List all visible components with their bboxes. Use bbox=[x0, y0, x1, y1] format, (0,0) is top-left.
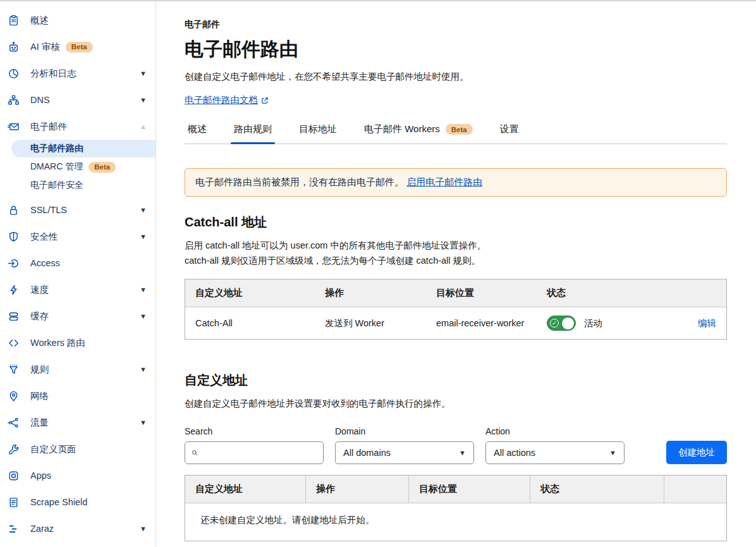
catch-all-table-header: 自定义地址 操作 目标位置 状态 bbox=[185, 280, 726, 307]
lock-icon bbox=[7, 204, 20, 216]
shield-icon bbox=[7, 230, 20, 243]
sidebar-item-speed[interactable]: 速度 ▼ bbox=[0, 276, 155, 303]
chevron-down-icon: ▼ bbox=[140, 70, 147, 77]
routing-disabled-banner: 电子邮件路由当前被禁用，没有在路由电子邮件。 启用电子邮件路由 bbox=[185, 168, 727, 197]
status-toggle[interactable]: ✓ bbox=[547, 316, 576, 331]
action-cell: 发送到 Worker bbox=[315, 309, 426, 338]
map-pin-icon bbox=[7, 390, 20, 402]
enable-email-routing-link[interactable]: 启用电子邮件路由 bbox=[406, 176, 482, 187]
apps-icon bbox=[7, 469, 20, 482]
pie-chart-icon bbox=[7, 67, 20, 80]
action-label: Action bbox=[485, 426, 625, 436]
action-select[interactable]: All actions ▼ bbox=[485, 441, 625, 464]
funnel-icon bbox=[7, 363, 20, 376]
custom-addresses-table-header: 自定义地址 操作 目标位置 状态 bbox=[185, 476, 726, 503]
destination-cell: email-receiver-worker bbox=[426, 310, 537, 336]
sidebar-item-ssl-tls[interactable]: SSL/TLS ▼ bbox=[0, 197, 155, 223]
cache-stack-icon bbox=[7, 310, 20, 323]
sidebar-item-network[interactable]: 网络 bbox=[0, 383, 155, 409]
custom-address-cell: Catch-All bbox=[185, 310, 315, 336]
code-brackets-icon bbox=[7, 336, 20, 349]
wrench-icon bbox=[7, 443, 20, 455]
tab-overview[interactable]: 概述 bbox=[185, 123, 210, 144]
sidebar-item-traffic[interactable]: 流量 ▼ bbox=[0, 409, 155, 436]
share-nodes-icon bbox=[7, 416, 20, 429]
clipboard-icon bbox=[7, 14, 20, 27]
empty-state-message: 还未创建自定义地址。请创建地址后开始。 bbox=[185, 503, 726, 541]
network-tree-icon bbox=[7, 94, 20, 106]
sidebar-item-dmarc-management[interactable]: DMARC 管理 Beta bbox=[0, 158, 155, 176]
filters-row: Search Domain All domains ▼ Action All a… bbox=[185, 426, 727, 464]
beta-badge: Beta bbox=[66, 42, 93, 52]
edit-link[interactable]: 编辑 bbox=[682, 309, 726, 338]
sidebar-item-dns[interactable]: DNS ▼ bbox=[0, 87, 155, 113]
sidebar-item-scrape-shield[interactable]: Scrape Shield bbox=[0, 489, 155, 515]
custom-addresses-description: 创建自定义电子邮件地址并设置要对收到的电子邮件执行的操作。 bbox=[185, 396, 727, 411]
sidebar-item-email[interactable]: 电子邮件 ▲ bbox=[0, 113, 155, 140]
chevron-down-icon: ▼ bbox=[140, 312, 147, 320]
tab-routing-rules[interactable]: 路由规则 bbox=[231, 123, 275, 144]
sidebar-item-apps[interactable]: Apps bbox=[0, 462, 155, 489]
sidebar: 概述 AI 审核 Beta 分析和日志 ▼ DNS ▼ 电子邮件 ▲ 电子邮件路… bbox=[0, 1, 156, 547]
chevron-down-icon: ▼ bbox=[140, 366, 147, 373]
search-label: Search bbox=[185, 426, 324, 436]
custom-addresses-heading: 自定义地址 bbox=[185, 372, 727, 389]
chevron-down-icon: ▼ bbox=[140, 525, 147, 532]
custom-addresses-table: 自定义地址 操作 目标位置 状态 还未创建自定义地址。请创建地址后开始。 bbox=[185, 475, 727, 541]
tab-settings[interactable]: 设置 bbox=[497, 123, 522, 144]
create-address-button[interactable]: 创建地址 bbox=[666, 441, 727, 464]
document-icon bbox=[7, 496, 20, 508]
chevron-down-icon: ▼ bbox=[140, 96, 147, 104]
sidebar-item-overview[interactable]: 概述 bbox=[0, 7, 155, 34]
chevron-down-icon: ▼ bbox=[140, 286, 147, 293]
catch-all-description-line2: catch-all 规则仅适用于区域级域，您无法为每个子域创建 catch-al… bbox=[185, 253, 727, 268]
main-content: 电子邮件 电子邮件路由 创建自定义电子邮件地址，在您不希望共享主要电子邮件地址时… bbox=[156, 1, 756, 547]
page-title: 电子邮件路由 bbox=[185, 37, 727, 63]
sidebar-item-security[interactable]: 安全性 ▼ bbox=[0, 223, 155, 250]
search-icon bbox=[192, 448, 198, 457]
sidebar-item-zaraz[interactable]: Zaraz ▼ bbox=[0, 515, 155, 542]
tab-email-workers[interactable]: 电子邮件 Workers Beta bbox=[361, 123, 476, 144]
catch-all-description-line1: 启用 catch-all 地址可以为 user.com 中的所有其他电子邮件地址… bbox=[185, 238, 727, 253]
breadcrumb: 电子邮件 bbox=[185, 19, 727, 30]
tab-destination-addresses[interactable]: 目标地址 bbox=[296, 123, 340, 144]
sidebar-item-access[interactable]: Access bbox=[0, 250, 155, 276]
sidebar-item-email-routing[interactable]: 电子邮件路由 bbox=[11, 140, 155, 157]
robot-icon bbox=[7, 40, 20, 53]
chevron-down-icon: ▼ bbox=[459, 449, 466, 457]
sidebar-item-ai-audit[interactable]: AI 审核 Beta bbox=[0, 34, 155, 60]
sidebar-item-analytics-logs[interactable]: 分析和日志 ▼ bbox=[0, 60, 155, 87]
beta-badge: Beta bbox=[446, 124, 473, 135]
sidebar-item-custom-pages[interactable]: 自定义页面 bbox=[0, 436, 155, 462]
action-filter: Action All actions ▼ bbox=[485, 426, 625, 464]
chevron-down-icon: ▼ bbox=[609, 449, 616, 457]
check-icon: ✓ bbox=[550, 319, 559, 328]
catch-all-table: 自定义地址 操作 目标位置 状态 Catch-All 发送到 Worker em… bbox=[185, 279, 727, 340]
lightning-icon bbox=[7, 283, 20, 296]
sidebar-item-rules[interactable]: 规则 ▼ bbox=[0, 356, 155, 383]
zaraz-steps-icon bbox=[7, 522, 20, 535]
tab-bar: 概述 路由规则 目标地址 电子邮件 Workers Beta 设置 bbox=[185, 123, 727, 144]
email-submenu: 电子邮件路由 DMARC 管理 Beta 电子邮件安全 bbox=[0, 140, 155, 194]
external-link-icon bbox=[261, 97, 269, 104]
domain-label: Domain bbox=[335, 426, 474, 436]
catch-all-heading: Catch-all 地址 bbox=[185, 214, 727, 231]
beta-badge: Beta bbox=[88, 162, 116, 173]
chevron-up-icon: ▲ bbox=[140, 123, 147, 130]
status-label: 活动 bbox=[584, 317, 602, 329]
table-row: Catch-All 发送到 Worker email-receiver-work… bbox=[185, 307, 726, 339]
domain-select[interactable]: All domains ▼ bbox=[335, 441, 474, 464]
chevron-down-icon: ▼ bbox=[140, 233, 147, 240]
sidebar-item-caching[interactable]: 缓存 ▼ bbox=[0, 303, 155, 329]
search-input[interactable] bbox=[202, 448, 317, 458]
email-icon bbox=[7, 120, 20, 133]
chevron-down-icon: ▼ bbox=[140, 206, 147, 214]
search-filter: Search bbox=[185, 426, 324, 464]
chevron-down-icon: ▼ bbox=[140, 419, 147, 426]
status-cell: ✓ 活动 bbox=[537, 307, 682, 339]
docs-link[interactable]: 电子邮件路由文档 bbox=[185, 94, 269, 106]
page-description: 创建自定义电子邮件地址，在您不希望共享主要电子邮件地址时使用。 bbox=[185, 71, 727, 83]
search-input-box[interactable] bbox=[185, 441, 324, 464]
sidebar-item-workers-routes[interactable]: Workers 路由 bbox=[0, 329, 155, 356]
sidebar-item-email-security[interactable]: 电子邮件安全 bbox=[0, 176, 155, 194]
